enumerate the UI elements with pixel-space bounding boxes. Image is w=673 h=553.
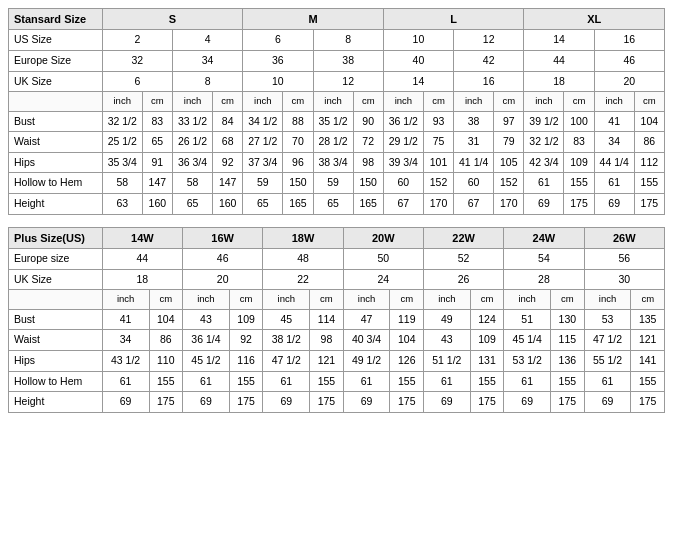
height-s1-cm: 160	[142, 194, 172, 215]
plus-uk-22: 22	[263, 269, 343, 290]
plus-unit-cm-5: cm	[470, 290, 503, 309]
plus-unit-inch-5: inch	[423, 290, 470, 309]
plus-uk-30: 30	[584, 269, 664, 290]
unit-inch-3: inch	[243, 92, 283, 111]
plus-hollow-1-cm: 155	[149, 371, 182, 392]
plus-waist-6-inch: 45 1/4	[504, 330, 551, 351]
bust-l2-inch: 38	[454, 111, 494, 132]
plus-unit-inch-3: inch	[263, 290, 310, 309]
hips-xl1-inch: 42 3/4	[524, 152, 564, 173]
waist-m2-cm: 72	[353, 132, 383, 153]
waist-s1-cm: 65	[142, 132, 172, 153]
plus-unit-inch-6: inch	[504, 290, 551, 309]
hips-m2-cm: 98	[353, 152, 383, 173]
bust-s2-inch: 33 1/2	[172, 111, 212, 132]
hips-s2-cm: 92	[213, 152, 243, 173]
plus-hollow-5-inch: 61	[423, 371, 470, 392]
hollow-m2-inch: 59	[313, 173, 353, 194]
plus-height-6-cm: 175	[551, 392, 584, 413]
unit-cm-5: cm	[423, 92, 453, 111]
plus-bust-6-cm: 130	[551, 309, 584, 330]
hollow-l2-inch: 60	[454, 173, 494, 194]
waist-xl2-cm: 86	[634, 132, 664, 153]
plus-bust-4-cm: 119	[390, 309, 423, 330]
uk-20: 20	[594, 71, 664, 92]
unit-inch-1: inch	[102, 92, 142, 111]
waist-xl1-inch: 32 1/2	[524, 132, 564, 153]
eu-34: 34	[172, 50, 242, 71]
plus-unit-inch-7: inch	[584, 290, 631, 309]
us-2: 2	[102, 30, 172, 51]
plus-unit-cm-6: cm	[551, 290, 584, 309]
hollow-l2-cm: 152	[494, 173, 524, 194]
plus-bust-3-inch: 45	[263, 309, 310, 330]
plus-unit-cm-4: cm	[390, 290, 423, 309]
us-8: 8	[313, 30, 383, 51]
plus-height-4-inch: 69	[343, 392, 390, 413]
plus-bust-6-inch: 51	[504, 309, 551, 330]
plus-hollow-4-inch: 61	[343, 371, 390, 392]
plus-waist-5-inch: 43	[423, 330, 470, 351]
hips-xl2-inch: 44 1/4	[594, 152, 634, 173]
plus-waist-6-cm: 115	[551, 330, 584, 351]
plus-hips-3-cm: 121	[310, 350, 343, 371]
unit-cm-8: cm	[634, 92, 664, 111]
plus-unit-inch-2: inch	[183, 290, 230, 309]
us-size-label: US Size	[9, 30, 103, 51]
height-xl2-inch: 69	[594, 194, 634, 215]
us-16: 16	[594, 30, 664, 51]
waist-xl2-inch: 34	[594, 132, 634, 153]
plus-16w: 16W	[183, 227, 263, 248]
plus-hollow-2-cm: 155	[229, 371, 262, 392]
height-s2-inch: 65	[172, 194, 212, 215]
height-m1-inch: 65	[243, 194, 283, 215]
us-4: 4	[172, 30, 242, 51]
europe-size-label: Europe Size	[9, 50, 103, 71]
plus-24w: 24W	[504, 227, 584, 248]
hips-s1-cm: 91	[142, 152, 172, 173]
height-m2-cm: 165	[353, 194, 383, 215]
unit-inch-2: inch	[172, 92, 212, 111]
eu-38: 38	[313, 50, 383, 71]
plus-eu-48: 48	[263, 249, 343, 270]
plus-waist-4-cm: 104	[390, 330, 423, 351]
plus-hips-1-cm: 110	[149, 350, 182, 371]
plus-height-4-cm: 175	[390, 392, 423, 413]
hollow-xl2-inch: 61	[594, 173, 634, 194]
us-10: 10	[383, 30, 453, 51]
plus-hollow-1-inch: 61	[102, 371, 149, 392]
plus-eu-50: 50	[343, 249, 423, 270]
waist-s2-cm: 68	[213, 132, 243, 153]
unit-cm-4: cm	[353, 92, 383, 111]
waist-l2-inch: 31	[454, 132, 494, 153]
plus-hips-7-inch: 55 1/2	[584, 350, 631, 371]
eu-46: 46	[594, 50, 664, 71]
plus-height-7-cm: 175	[631, 392, 665, 413]
plus-eu-52: 52	[423, 249, 503, 270]
waist-m2-inch: 28 1/2	[313, 132, 353, 153]
hollow-m1-cm: 150	[283, 173, 313, 194]
eu-40: 40	[383, 50, 453, 71]
plus-title: Plus Size(US)	[9, 227, 103, 248]
plus-bust-label: Bust	[9, 309, 103, 330]
bust-xl2-cm: 104	[634, 111, 664, 132]
unit-inch-7: inch	[524, 92, 564, 111]
plus-hollow-2-inch: 61	[183, 371, 230, 392]
hips-xl1-cm: 109	[564, 152, 594, 173]
plus-unit-cm-2: cm	[229, 290, 262, 309]
waist-m1-cm: 70	[283, 132, 313, 153]
m-header: M	[243, 9, 384, 30]
plus-hips-label: Hips	[9, 350, 103, 371]
plus-waist-7-cm: 121	[631, 330, 665, 351]
height-l1-cm: 170	[423, 194, 453, 215]
height-l1-inch: 67	[383, 194, 423, 215]
unit-cm-1: cm	[142, 92, 172, 111]
uk-size-label: UK Size	[9, 71, 103, 92]
plus-height-1-inch: 69	[102, 392, 149, 413]
plus-height-6-inch: 69	[504, 392, 551, 413]
s-header: S	[102, 9, 243, 30]
plus-18w: 18W	[263, 227, 343, 248]
plus-height-2-cm: 175	[229, 392, 262, 413]
bust-label: Bust	[9, 111, 103, 132]
hollow-m2-cm: 150	[353, 173, 383, 194]
